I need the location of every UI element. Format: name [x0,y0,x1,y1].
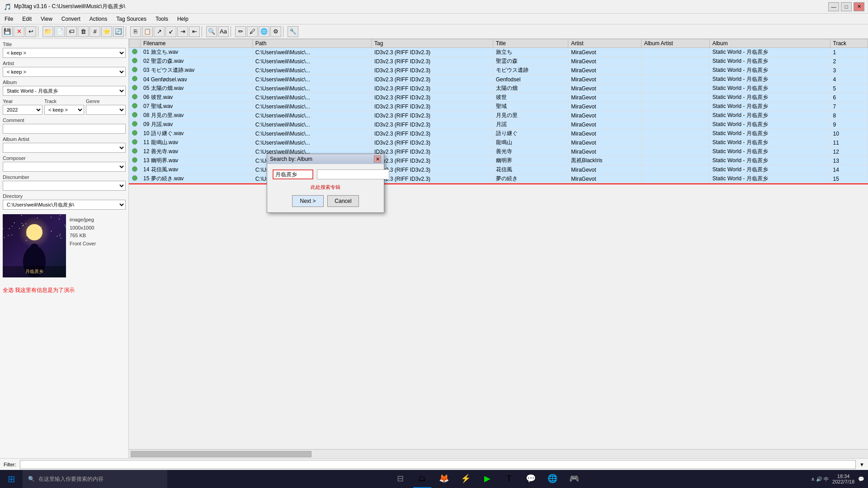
taskbar-app-messenger[interactable]: 💬 [522,470,540,488]
system-tray: ∧ 🔊 中 [811,476,829,483]
taskbar-app-browser2[interactable]: 🌐 [543,470,561,488]
dialog-body: 此处搜索专辑 Next > Cancel [267,164,384,212]
cancel-button[interactable]: Cancel [327,195,359,207]
dialog-buttons: Next > Cancel [273,195,378,207]
clock-time: 18:34 [832,474,854,479]
dialog-overlay: Search by: Album ✕ 此处搜索专辑 Next > Cancel [0,0,868,488]
taskbar-app-task-view[interactable]: ⊟ [392,470,410,488]
start-button[interactable]: ⊞ [0,470,23,488]
clock-date: 2022/7/18 [832,479,854,484]
start-icon: ⊞ [8,474,15,484]
next-button[interactable]: Next > [292,195,324,207]
taskbar-right: ∧ 🔊 中 18:34 2022/7/18 💬 [807,474,868,484]
taskbar-search-text: 在这里输入你要搜索的内容 [38,475,104,483]
dialog-search-left-input[interactable] [273,169,313,179]
search-dialog: Search by: Album ✕ 此处搜索专辑 Next > Cancel [267,154,384,213]
notification-icon[interactable]: 💬 [858,476,864,482]
taskbar-app-files[interactable]: 🗂 [413,470,431,488]
taskbar-middle: ⊟ 🗂 🦊 ⚡ ▶ T 💬 🌐 🎮 [167,470,807,488]
dialog-titlebar: Search by: Album ✕ [267,154,384,164]
taskbar-app-game[interactable]: 🎮 [565,470,583,488]
dialog-search-right-input[interactable] [317,169,389,179]
taskbar-app-typora[interactable]: T [500,470,518,488]
dialog-input-row [273,169,378,179]
dialog-hint: 此处搜索专辑 [273,184,378,191]
taskbar: ⊞ 🔍 在这里输入你要搜索的内容 ⊟ 🗂 🦊 ⚡ ▶ T 💬 🌐 🎮 ∧ 🔊 中… [0,470,868,488]
taskbar-app-ide[interactable]: ⚡ [457,470,475,488]
taskbar-clock[interactable]: 18:34 2022/7/18 [832,474,854,484]
taskbar-search[interactable]: 🔍 在这里输入你要搜索的内容 [23,470,167,488]
taskbar-app-firefox[interactable]: 🦊 [435,470,453,488]
taskbar-app-terminal[interactable]: ▶ [478,470,496,488]
search-icon: 🔍 [28,476,35,482]
dialog-title: Search by: Album [270,156,312,162]
dialog-close-button[interactable]: ✕ [374,155,381,163]
